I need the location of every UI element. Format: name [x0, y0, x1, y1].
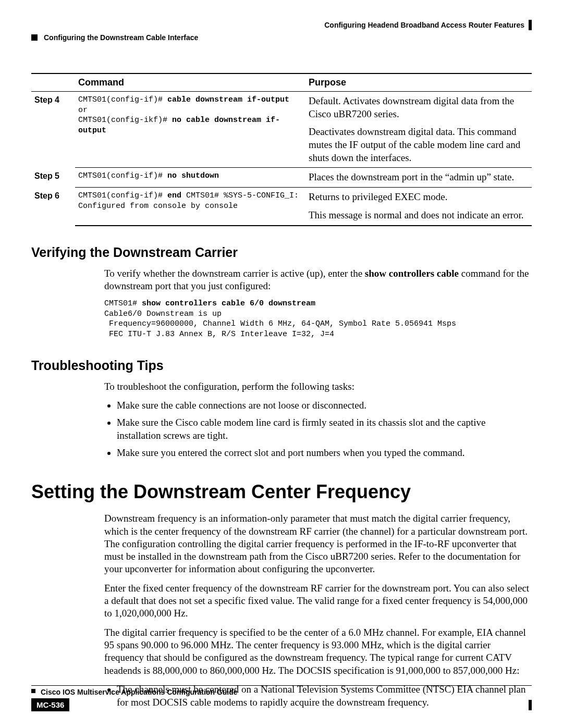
footer-bar-icon — [529, 700, 532, 710]
heading-verify: Verifying the Downstream Carrier — [31, 245, 532, 260]
heading-troubleshoot: Troubleshooting Tips — [31, 358, 532, 373]
th-command: Command — [75, 73, 305, 92]
square-icon — [31, 34, 38, 41]
troubleshoot-intro: To troubleshoot the configuration, perfo… — [104, 380, 532, 393]
setting-p1: Downstream frequency is an information-o… — [104, 512, 532, 576]
setting-p3: The digital carrier frequency is specifi… — [104, 626, 532, 677]
command-cell: CMTS01(config-if)# cable downstream if-o… — [75, 92, 305, 168]
footer-guide-title: Cisco IOS Multiservice Applications Conf… — [41, 686, 238, 696]
footer: Cisco IOS Multiservice Applications Conf… — [31, 685, 532, 711]
section-title: Configuring the Downstream Cable Interfa… — [44, 33, 198, 42]
table-row: Step 5 CMTS01(config-if)# no shutdown Pl… — [31, 168, 532, 188]
step-label: Step 5 — [31, 168, 75, 188]
footer-line: Cisco IOS Multiservice Applications Conf… — [31, 685, 532, 696]
list-item: Make sure the Cisco cable modem line car… — [117, 416, 532, 442]
page-number-badge: MC-536 — [31, 698, 69, 711]
step-label: Step 6 — [31, 188, 75, 226]
verify-intro: To verify whether the downstream carrier… — [104, 267, 532, 293]
setting-p2: Enter the fixed center frequency of the … — [104, 582, 532, 620]
list-item: Make sure the cable connections are not … — [117, 399, 532, 412]
command-cell: CMTS01(config-if)# end CMTS01# %SYS-5-CO… — [75, 188, 305, 226]
list-item: Make sure you entered the correct slot a… — [117, 447, 532, 460]
square-icon — [31, 689, 35, 693]
purpose-cell: Returns to privileged EXEC mode. This me… — [305, 188, 532, 226]
command-table: Command Purpose Step 4 CMTS01(config-if)… — [31, 73, 532, 226]
table-row: Step 4 CMTS01(config-if)# cable downstre… — [31, 92, 532, 168]
running-header: Configuring Headend Broadband Access Rou… — [31, 20, 532, 30]
table-row: Step 6 CMTS01(config-if)# end CMTS01# %S… — [31, 188, 532, 226]
command-cell: CMTS01(config-if)# no shutdown — [75, 168, 305, 188]
purpose-cell: Default. Activates downstream digital da… — [305, 92, 532, 168]
header-bar-icon — [529, 20, 532, 30]
troubleshoot-body: To troubleshoot the configuration, perfo… — [104, 380, 532, 459]
content: Command Purpose Step 4 CMTS01(config-if)… — [31, 73, 532, 709]
page: Configuring Headend Broadband Access Rou… — [0, 0, 563, 728]
purpose-cell: Places the downstream port in the “admin… — [305, 168, 532, 188]
th-purpose: Purpose — [305, 73, 532, 92]
chapter-title: Configuring Headend Broadband Access Rou… — [324, 21, 524, 29]
sub-header: Configuring the Downstream Cable Interfa… — [31, 33, 532, 42]
setting-body: Downstream frequency is an information-o… — [104, 512, 532, 709]
step-label: Step 4 — [31, 92, 75, 168]
heading-setting: Setting the Downstream Center Frequency — [31, 481, 532, 503]
footer-bottom: MC-536 — [31, 698, 532, 711]
verify-body: To verify whether the downstream carrier… — [104, 267, 532, 340]
code-block: CMTS01# show controllers cable 6/0 downs… — [104, 299, 532, 339]
troubleshoot-list: Make sure the cable connections are not … — [117, 399, 532, 459]
